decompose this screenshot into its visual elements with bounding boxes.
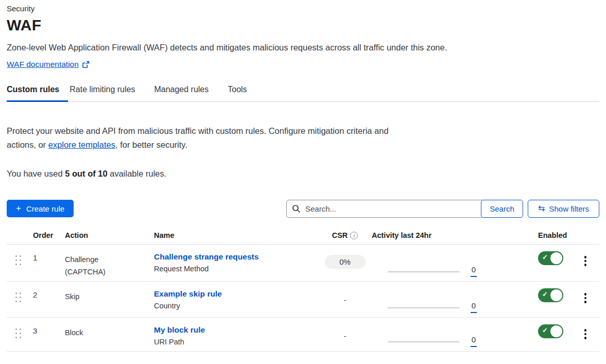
waf-page: Security WAF Zone-level Web Application … [0, 4, 606, 364]
kebab-cell [572, 282, 599, 317]
toggle-knob [549, 288, 563, 302]
show-filters-label: Show filters [549, 204, 589, 213]
rule-name-cell: Example skip rule Country [154, 282, 319, 317]
csr-badge: 0% [325, 255, 366, 269]
tab-tools[interactable]: Tools [228, 85, 247, 101]
tabbar: Custom rules Rate limiting rules Managed… [7, 85, 599, 102]
activity-count-link[interactable]: 0 [471, 301, 477, 313]
usage-text: You have used 5 out of 10 available rule… [7, 169, 599, 179]
activity-sparkline [388, 307, 459, 308]
csr-cell: - [319, 318, 371, 351]
doc-link-row: WAF documentation [7, 60, 599, 69]
header-name: Name [154, 231, 319, 239]
rule-field: Request Method [154, 265, 319, 273]
show-filters-button[interactable]: ⇆ Show filters [528, 200, 599, 218]
tab-custom-rules[interactable]: Custom rules [7, 85, 59, 101]
csr-cell: 0% [319, 245, 371, 281]
search-area: Search ⇆ Show filters [286, 200, 599, 218]
custom-rules-table: Order Action Name CSR i Activity last 24… [7, 231, 599, 352]
create-rule-label: Create rule [26, 204, 64, 213]
rule-name-link[interactable]: Example skip rule [154, 289, 319, 299]
header-action: Action [65, 231, 154, 239]
kebab-cell [572, 245, 599, 281]
rule-field: URI Path [154, 338, 319, 346]
row-spacer [484, 245, 531, 281]
rule-action: Block [65, 318, 154, 351]
header-enabled: Enabled [531, 231, 572, 239]
kebab-menu-icon[interactable] [581, 292, 590, 317]
header-csr: CSR i [319, 231, 371, 239]
toggle-knob [549, 324, 563, 338]
rule-name-cell: Challenge strange requests Request Metho… [154, 245, 319, 281]
breadcrumb: Security [7, 4, 599, 13]
rule-action: Challenge(CAPTCHA) [65, 245, 154, 281]
usage-count: 5 out of 10 [65, 169, 108, 178]
tab-rate-limiting-rules[interactable]: Rate limiting rules [70, 85, 135, 101]
rule-field: Country [154, 302, 319, 310]
toggle-knob [549, 251, 563, 265]
csr-value: - [344, 289, 347, 304]
swap-arrows-icon: ⇆ [538, 204, 545, 213]
rule-order: 2 [33, 282, 65, 317]
check-icon: ✓ [542, 253, 548, 261]
row-spacer [484, 318, 531, 351]
enabled-toggle[interactable]: ✓ [538, 288, 563, 302]
check-icon: ✓ [542, 290, 548, 298]
activity-count-link[interactable]: 0 [471, 335, 477, 347]
rule-name-cell: My block rule URI Path [154, 318, 319, 351]
row-spacer [484, 282, 531, 317]
rule-name-link[interactable]: Challenge strange requests [154, 252, 319, 262]
header-csr-label: CSR [332, 231, 348, 239]
header-activity: Activity last 24hr [371, 231, 484, 239]
enabled-cell: ✓ [531, 318, 572, 351]
csr-cell: - [319, 282, 371, 317]
tab-managed-rules[interactable]: Managed rules [154, 85, 209, 101]
check-icon: ✓ [542, 326, 548, 334]
rule-order: 3 [33, 318, 65, 351]
table-row: 2 Skip Example skip rule Country - 0 ✓ [7, 282, 599, 318]
kebab-menu-icon[interactable] [581, 255, 590, 281]
activity-cell: 0 [371, 318, 484, 351]
enabled-cell: ✓ [531, 282, 572, 317]
enabled-toggle[interactable]: ✓ [538, 251, 563, 265]
activity-sparkline [388, 271, 459, 272]
activity-count-link[interactable]: 0 [471, 265, 477, 277]
kebab-cell [572, 318, 599, 351]
enabled-cell: ✓ [531, 245, 572, 281]
external-link-icon [82, 61, 90, 68]
search-icon [292, 204, 301, 215]
table-row: 3 Block My block rule URI Path - 0 ✓ [7, 318, 599, 352]
toolbar: + Create rule Search ⇆ Show filt [7, 200, 599, 218]
usage-suffix: available rules. [108, 169, 167, 178]
rule-order: 1 [33, 245, 65, 281]
search-input[interactable] [286, 200, 484, 218]
table-header: Order Action Name CSR i Activity last 24… [7, 231, 599, 245]
activity-cell: 0 [371, 245, 484, 281]
plus-icon: + [16, 203, 21, 214]
rule-name-link[interactable]: My block rule [154, 325, 319, 335]
drag-handle[interactable] [12, 245, 33, 281]
search-group: Search [286, 200, 523, 218]
explore-templates-link[interactable]: explore templates [48, 140, 115, 149]
activity-sparkline [388, 341, 459, 342]
usage-prefix: You have used [7, 169, 65, 178]
page-title: WAF [7, 16, 599, 34]
rule-action: Skip [65, 282, 154, 317]
intro-after: , for better security. [115, 140, 187, 149]
activity-cell: 0 [371, 282, 484, 317]
waf-documentation-link[interactable]: WAF documentation [7, 60, 79, 69]
csr-value: - [344, 325, 347, 340]
info-icon[interactable]: i [350, 232, 358, 239]
enabled-toggle[interactable]: ✓ [538, 324, 563, 338]
create-rule-button[interactable]: + Create rule [7, 200, 74, 217]
page-description: Zone-level Web Application Firewall (WAF… [7, 43, 599, 53]
intro-text: Protect your website and API from malici… [7, 124, 390, 152]
drag-handle[interactable] [12, 318, 33, 351]
search-button[interactable]: Search [481, 200, 523, 218]
table-row: 1 Challenge(CAPTCHA) Challenge strange r… [7, 245, 599, 282]
drag-handle[interactable] [12, 282, 33, 317]
kebab-menu-icon[interactable] [581, 328, 590, 351]
header-order: Order [33, 231, 65, 239]
